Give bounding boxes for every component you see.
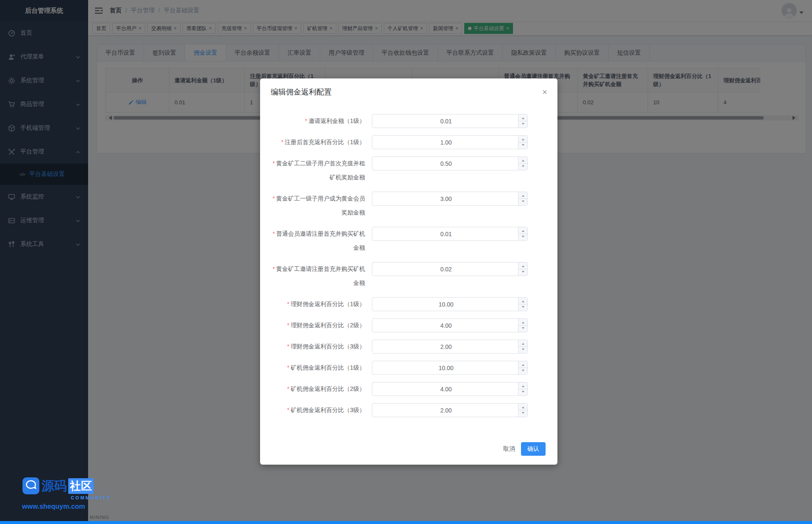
number-input[interactable] — [372, 297, 528, 311]
decrease-icon[interactable] — [518, 198, 527, 205]
commission-form: *邀请返利金额（1级） *注册后首充返利百分比（1级） *黄金矿工二级子用户首次… — [260, 97, 557, 417]
required-marker: * — [273, 160, 275, 167]
decrease-icon[interactable] — [518, 163, 527, 170]
field-label: 矿机佣金返利百分比（2级） — [291, 385, 365, 392]
form-field-5: *黄金矿工邀请注册首充并购买矿机金额 — [270, 262, 546, 290]
increase-icon[interactable] — [518, 262, 527, 269]
stepper — [518, 340, 527, 353]
field-label: 黄金矿工二级子用户首次充值并租矿机奖励金额 — [276, 160, 365, 181]
stepper — [518, 361, 527, 374]
confirm-button[interactable]: 确认 — [521, 442, 546, 456]
required-marker: * — [273, 230, 275, 237]
increase-icon[interactable] — [518, 298, 527, 304]
watermark-logo-icon — [22, 477, 40, 495]
field-label: 普通会员邀请注册首充并购买矿机金额 — [276, 230, 365, 251]
decrease-icon[interactable] — [518, 121, 527, 128]
form-field-4: *普通会员邀请注册首充并购买矿机金额 — [270, 227, 546, 255]
increase-icon[interactable] — [518, 404, 527, 410]
form-field-7: *理财佣金返利百分比（2级） — [270, 318, 546, 332]
field-label: 注册后首充返利百分比（1级） — [285, 139, 365, 145]
site-watermark: 源码 社区 COMMUNITY www.shequym.com — [22, 477, 111, 510]
edit-commission-dialog: 编辑佣金返利配置 × *邀请返利金额（1级） *注册后首充返利百分比（1级） *… — [260, 78, 557, 465]
required-marker: * — [287, 364, 289, 371]
watermark-url: www.shequym.com — [22, 503, 111, 510]
required-marker: * — [273, 195, 275, 202]
number-input[interactable] — [372, 382, 528, 396]
required-marker: * — [281, 139, 283, 145]
increase-icon[interactable] — [518, 340, 527, 346]
field-label: 理财佣金返利百分比（3级） — [291, 343, 365, 350]
required-marker: * — [287, 322, 289, 329]
increase-icon[interactable] — [518, 361, 527, 368]
watermark-brand-badge: 社区 — [68, 478, 94, 494]
number-input[interactable] — [372, 227, 528, 241]
increase-icon[interactable] — [518, 114, 527, 121]
decrease-icon[interactable] — [518, 234, 527, 240]
stepper — [518, 382, 527, 396]
form-field-6: *理财佣金返利百分比（1级） — [270, 297, 546, 311]
stepper — [518, 404, 527, 417]
field-label: 理财佣金返利百分比（2级） — [291, 322, 365, 329]
form-field-3: *黄金矿工一级子用户成为黄金会员奖励金额 — [270, 192, 546, 220]
field-label: 理财佣金返利百分比（1级） — [291, 301, 365, 307]
form-field-9: *矿机佣金返利百分比（1级） — [270, 361, 546, 375]
required-marker: * — [273, 265, 275, 272]
watermark-subtitle: COMMUNITY — [22, 495, 111, 500]
form-field-8: *理财佣金返利百分比（3级） — [270, 340, 546, 354]
stepper — [518, 319, 527, 332]
increase-icon[interactable] — [518, 192, 527, 198]
field-label: 邀请返利金额（1级） — [308, 117, 365, 124]
bottom-blue-bar — [0, 521, 812, 524]
field-label: 黄金矿工邀请注册首充并购买矿机金额 — [276, 265, 365, 286]
decrease-icon[interactable] — [518, 269, 527, 276]
required-marker: * — [287, 343, 289, 350]
form-field-10: *矿机佣金返利百分比（2级） — [270, 382, 546, 396]
stepper — [518, 192, 527, 205]
number-input[interactable] — [372, 318, 528, 332]
form-field-2: *黄金矿工二级子用户首次充值并租矿机奖励金额 — [270, 156, 546, 184]
field-label: 黄金矿工一级子用户成为黄金会员奖励金额 — [276, 195, 365, 216]
field-label: 矿机佣金返利百分比（1级） — [291, 364, 365, 371]
cancel-button[interactable]: 取消 — [503, 445, 515, 453]
dialog-title: 编辑佣金返利配置 — [271, 87, 557, 97]
dialog-close-icon[interactable]: × — [540, 87, 550, 97]
stepper — [518, 227, 527, 240]
dialog-header: 编辑佣金返利配置 — [260, 78, 557, 97]
required-marker: * — [287, 301, 289, 307]
decrease-icon[interactable] — [518, 304, 527, 311]
stepper — [518, 136, 527, 149]
watermark-brand: 源码 — [42, 477, 67, 495]
number-input[interactable] — [372, 403, 528, 417]
number-input[interactable] — [372, 114, 528, 128]
required-marker: * — [287, 407, 289, 413]
decrease-icon[interactable] — [518, 346, 527, 353]
stepper — [518, 114, 527, 128]
number-input[interactable] — [372, 192, 528, 206]
stepper — [518, 262, 527, 276]
field-label: 矿机佣金返利百分比（3级） — [291, 407, 365, 413]
decrease-icon[interactable] — [518, 142, 527, 149]
form-field-0: *邀请返利金额（1级） — [270, 114, 546, 128]
form-field-11: *矿机佣金返利百分比（3级） — [270, 403, 546, 417]
dialog-footer: 取消 确认 — [503, 442, 546, 456]
increase-icon[interactable] — [518, 382, 527, 389]
increase-icon[interactable] — [518, 157, 527, 163]
form-field-1: *注册后首充返利百分比（1级） — [270, 135, 546, 149]
increase-icon[interactable] — [518, 136, 527, 142]
number-input[interactable] — [372, 262, 528, 276]
increase-icon[interactable] — [518, 319, 527, 325]
decrease-icon[interactable] — [518, 368, 527, 374]
decrease-icon[interactable] — [518, 325, 527, 332]
decrease-icon[interactable] — [518, 389, 527, 396]
number-input[interactable] — [372, 361, 528, 375]
stepper — [518, 298, 527, 311]
screen: 后台管理系统 首页 代理菜单 系统管理 — [0, 0, 812, 524]
increase-icon[interactable] — [518, 227, 527, 234]
required-marker: * — [305, 117, 307, 124]
number-input[interactable] — [372, 340, 528, 354]
required-marker: * — [287, 385, 289, 392]
number-input[interactable] — [372, 156, 528, 170]
stepper — [518, 157, 527, 170]
number-input[interactable] — [372, 135, 528, 149]
decrease-icon[interactable] — [518, 410, 527, 417]
